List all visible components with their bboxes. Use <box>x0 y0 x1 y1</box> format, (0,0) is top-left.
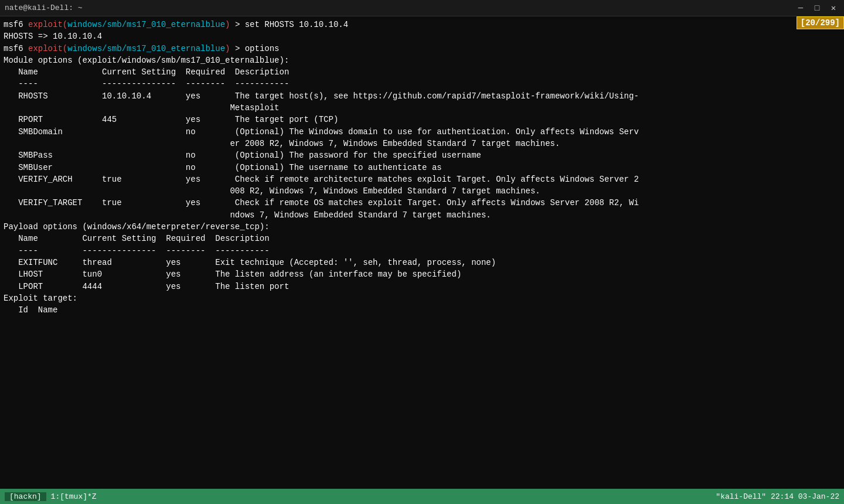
terminal-line: Module options (exploit/windows/smb/ms17… <box>4 55 840 66</box>
terminal-line: Payload options (windows/x64/meterpreter… <box>4 221 840 233</box>
terminal-line: LPORT 4444 yes The listen port <box>4 281 840 292</box>
terminal-line: msf6 exploit(windows/smb/ms17_010_eterna… <box>4 43 840 55</box>
terminal-line: Name Current Setting Required Descriptio… <box>4 233 840 244</box>
titlebar: nate@kali-Dell: ~ ─ □ ✕ <box>0 0 844 16</box>
terminal-line: 008 R2, Windows 7, Windows Embedded Stan… <box>4 185 840 197</box>
terminal-line: msf6 exploit(windows/smb/ms17_010_eterna… <box>4 19 840 30</box>
statusbar-session: [hackn] <box>5 492 46 501</box>
statusbar-tmux: 1:[tmux]*Z <box>46 492 101 501</box>
terminal-line: SMBDomain no (Optional) The Windows doma… <box>4 126 840 138</box>
close-button[interactable]: ✕ <box>828 3 839 13</box>
terminal-line: RPORT 445 yes The target port (TCP) <box>4 114 840 125</box>
terminal-line: ---- --------------- -------- ----------… <box>4 245 840 257</box>
terminal-line: LHOST tun0 yes The listen address (an in… <box>4 268 840 280</box>
titlebar-controls: ─ □ ✕ <box>795 3 839 13</box>
terminal-line: RHOSTS 10.10.10.4 yes The target host(s)… <box>4 90 840 102</box>
terminal-line: VERIFY_ARCH true yes Check if remote arc… <box>4 173 840 185</box>
terminal-line: SMBUser no (Optional) The username to au… <box>4 162 840 173</box>
statusbar-right: "kali-Dell" 22:14 03-Jan-22 <box>716 492 839 501</box>
terminal-line: Metasploit <box>4 102 840 114</box>
terminal-line: EXITFUNC thread yes Exit technique (Acce… <box>4 257 840 268</box>
terminal-line: Id Name <box>4 304 840 316</box>
terminal-line: Exploit target: <box>4 292 840 304</box>
minimize-button[interactable]: ─ <box>795 4 806 13</box>
terminal-line: RHOSTS => 10.10.10.4 <box>4 30 840 42</box>
statusbar-left: [hackn] 1:[tmux]*Z <box>5 492 101 501</box>
statusbar: [hackn] 1:[tmux]*Z "kali-Dell" 22:14 03-… <box>0 489 844 504</box>
counter-badge: [20/299] <box>797 16 844 29</box>
terminal-line: ndows 7, Windows Embedded Standard 7 tar… <box>4 209 840 221</box>
terminal-line: Name Current Setting Required Descriptio… <box>4 66 840 78</box>
terminal-line: ---- --------------- -------- ----------… <box>4 78 840 90</box>
terminal-line: SMBPass no (Optional) The password for t… <box>4 149 840 161</box>
terminal-line: er 2008 R2, Windows 7, Windows Embedded … <box>4 138 840 149</box>
terminal-line: VERIFY_TARGET true yes Check if remote O… <box>4 197 840 209</box>
maximize-button[interactable]: □ <box>811 4 823 13</box>
titlebar-title: nate@kali-Dell: ~ <box>5 4 83 12</box>
terminal-output: msf6 exploit(windows/smb/ms17_010_eterna… <box>0 16 844 489</box>
